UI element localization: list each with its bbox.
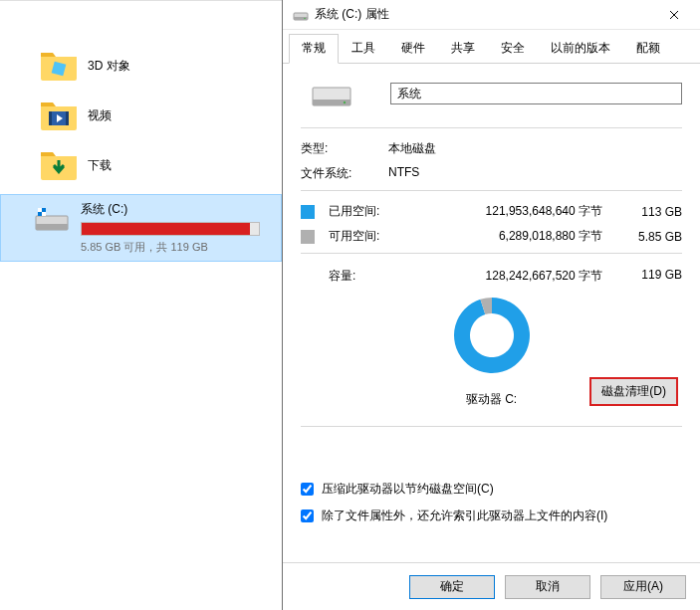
- used-space-swatch: [301, 205, 315, 219]
- usage-chart: 驱动器 C: 磁盘清理(D): [301, 295, 682, 386]
- svg-rect-9: [38, 208, 42, 212]
- used-space-bytes: 121,953,648,640 字节: [398, 203, 626, 220]
- tab-sharing[interactable]: 共享: [438, 34, 488, 63]
- type-value: 本地磁盘: [388, 140, 682, 157]
- titlebar: 系统 (C:) 属性: [283, 0, 700, 30]
- tab-hardware[interactable]: 硬件: [388, 34, 438, 63]
- pie-chart-icon: [451, 295, 533, 376]
- drive-icon-large: [311, 78, 352, 109]
- free-space-label: 可用空间:: [329, 228, 398, 245]
- dialog-title: 系统 (C:) 属性: [315, 6, 652, 23]
- close-button[interactable]: [652, 1, 696, 29]
- capacity-bytes: 128,242,667,520 字节: [398, 268, 626, 285]
- drive-letter-label: 驱动器 C:: [466, 391, 517, 408]
- disk-cleanup-button[interactable]: 磁盘清理(D): [589, 377, 678, 406]
- free-space-bytes: 6,289,018,880 字节: [398, 228, 626, 245]
- properties-dialog: 系统 (C:) 属性 常规 工具 硬件 共享 安全 以前的版本 配额 类型: 本…: [282, 0, 700, 610]
- svg-point-13: [304, 17, 306, 19]
- svg-rect-2: [49, 111, 52, 125]
- folder-icon: [38, 97, 80, 134]
- used-space-label: 已用空间:: [329, 203, 398, 220]
- folder-label: 视频: [88, 107, 112, 124]
- svg-rect-7: [36, 224, 68, 230]
- svg-point-16: [344, 102, 346, 103]
- filesystem-value: NTFS: [388, 165, 682, 182]
- explorer-panel: 3D 对象 视频 下载 系统 (C:) 5.85 GB 可用，共 119 GB: [0, 0, 282, 610]
- drive-icon: [31, 201, 73, 237]
- tab-strip: 常规 工具 硬件 共享 安全 以前的版本 配额: [283, 34, 700, 64]
- folder-label: 3D 对象: [88, 58, 130, 75]
- free-space-gb: 5.85 GB: [626, 230, 682, 244]
- tab-general[interactable]: 常规: [289, 34, 339, 64]
- used-space-gb: 113 GB: [626, 205, 682, 219]
- svg-rect-12: [294, 17, 308, 20]
- cancel-button[interactable]: 取消: [505, 575, 590, 599]
- tab-tools[interactable]: 工具: [339, 34, 388, 63]
- folder-icon: [38, 146, 80, 184]
- index-checkbox-row[interactable]: 除了文件属性外，还允许索引此驱动器上文件的内容(I): [301, 508, 682, 524]
- volume-name-input[interactable]: [390, 83, 682, 104]
- folder-icon: [38, 47, 80, 85]
- capacity-label: 容量:: [329, 268, 398, 285]
- folder-3d-objects[interactable]: 3D 对象: [0, 41, 282, 91]
- tab-previous-versions[interactable]: 以前的版本: [538, 34, 623, 63]
- drive-c-item[interactable]: 系统 (C:) 5.85 GB 可用，共 119 GB: [0, 194, 282, 262]
- folder-videos[interactable]: 视频: [0, 91, 282, 140]
- svg-rect-3: [66, 111, 69, 125]
- tab-quota[interactable]: 配额: [623, 34, 673, 63]
- folder-downloads[interactable]: 下载: [0, 140, 282, 190]
- filesystem-label: 文件系统:: [301, 165, 388, 182]
- apply-button[interactable]: 应用(A): [600, 575, 686, 599]
- index-checkbox[interactable]: [301, 509, 314, 522]
- capacity-gb: 119 GB: [626, 268, 682, 285]
- ok-button[interactable]: 确定: [409, 575, 495, 599]
- dialog-footer: 确定 取消 应用(A): [283, 562, 700, 610]
- drive-icon: [293, 7, 309, 23]
- index-label: 除了文件属性外，还允许索引此驱动器上文件的内容(I): [322, 508, 607, 524]
- type-label: 类型:: [301, 140, 388, 157]
- drive-usage-bar: [81, 222, 260, 236]
- folder-label: 下载: [88, 157, 112, 174]
- close-icon: [669, 10, 679, 20]
- drive-label: 系统 (C:): [81, 201, 267, 218]
- free-space-swatch: [301, 230, 315, 244]
- svg-rect-10: [42, 212, 46, 216]
- drive-subtext: 5.85 GB 可用，共 119 GB: [81, 240, 267, 255]
- compress-checkbox-row[interactable]: 压缩此驱动器以节约磁盘空间(C): [301, 481, 682, 498]
- tab-security[interactable]: 安全: [488, 34, 538, 63]
- compress-checkbox[interactable]: [301, 483, 314, 496]
- compress-label: 压缩此驱动器以节约磁盘空间(C): [322, 481, 494, 498]
